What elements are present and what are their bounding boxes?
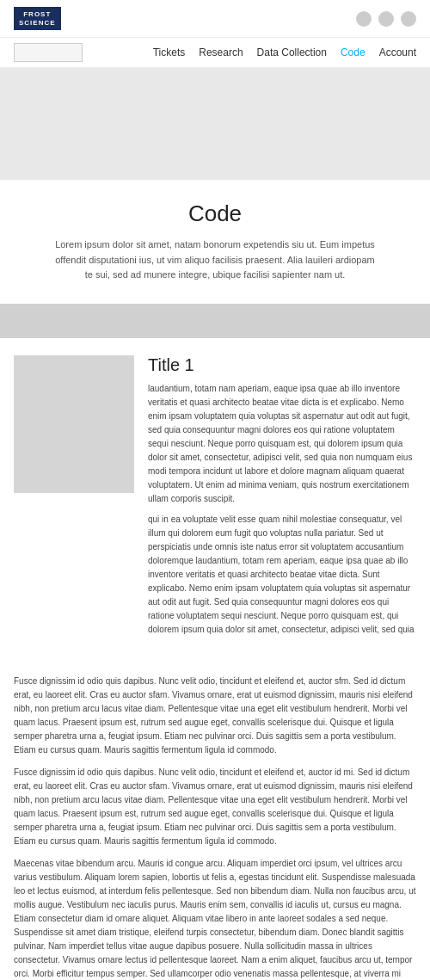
content-para-1: laudantium, totam nam aperiam, eaque ips… — [148, 382, 416, 506]
content-text-1: Title 1 laudantium, totam nam aperiam, e… — [148, 355, 416, 644]
header-icons — [356, 11, 416, 27]
code-description: Lorem ipsum dolor sit amet, natam bonoru… — [52, 237, 378, 283]
nav-data-collection[interactable]: Data Collection — [257, 46, 327, 59]
logo[interactable]: FROST SCIENCE — [14, 7, 61, 30]
full-text-section: Fusce dignissim id odio quis dapibus. Nu… — [0, 675, 430, 980]
logo-line2: SCIENCE — [19, 19, 56, 28]
site-header: FROST SCIENCE — [0, 0, 430, 38]
nav-bar: Tickets Research Data Collection Code Ac… — [0, 38, 430, 68]
social-icon-2[interactable] — [378, 11, 394, 27]
full-text-2: Fusce dignissim id odio quis dapibus. Nu… — [14, 766, 416, 848]
content-title-1: Title 1 — [148, 355, 416, 375]
page-title: Code — [34, 200, 396, 227]
code-section: Code Lorem ipsum dolor sit amet, natam b… — [0, 180, 430, 304]
content-para-2: qui in ea voluptate velit esse quam nihi… — [148, 513, 416, 637]
nav-account[interactable]: Account — [379, 46, 416, 59]
nav-tickets[interactable]: Tickets — [153, 46, 186, 59]
nav-research[interactable]: Research — [199, 46, 243, 59]
nav-code[interactable]: Code — [341, 46, 366, 59]
gray-divider — [0, 304, 430, 338]
full-text-3: Maecenas vitae bibendum arcu. Mauris id … — [14, 857, 416, 980]
social-icon-1[interactable] — [356, 11, 372, 27]
social-icon-3[interactable] — [401, 11, 416, 27]
main-nav: Tickets Research Data Collection Code Ac… — [153, 46, 416, 59]
full-text-1: Fusce dignissim id odio quis dapibus. Nu… — [14, 675, 416, 757]
content-image-1 — [14, 355, 134, 493]
logo-area[interactable]: FROST SCIENCE — [14, 7, 61, 30]
hero-banner — [0, 68, 430, 180]
content-section: Title 1 laudantium, totam nam aperiam, e… — [0, 338, 430, 675]
search-box[interactable] — [14, 43, 83, 62]
title1-row: Title 1 laudantium, totam nam aperiam, e… — [14, 355, 416, 644]
logo-line1: FROST — [19, 10, 56, 19]
